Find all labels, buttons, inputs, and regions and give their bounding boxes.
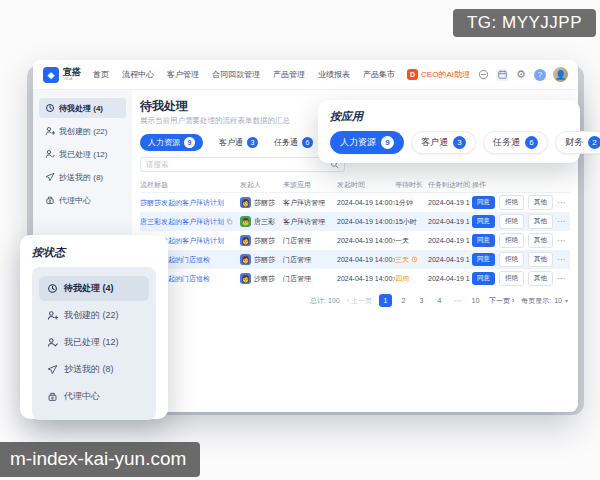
nav-item[interactable]: 客户管理 <box>167 69 199 80</box>
user-plus-icon <box>47 310 58 321</box>
actions-cell: 同意拒绝其他⋯ <box>472 195 570 210</box>
status-item-link[interactable]: 抄送我的 (8) <box>39 167 126 187</box>
by-status-list: 待我处理 (4)我创建的 (22)我已处理 (12)抄送我的 (8)代理中心 <box>32 267 156 420</box>
nav-item[interactable]: 业绩报表 <box>318 69 350 80</box>
source-app-cell: 客户拜访管理 <box>283 217 337 227</box>
count-badge: 6 <box>302 137 313 148</box>
search-input[interactable] <box>146 160 330 169</box>
other-button[interactable]: 其他 <box>528 233 553 248</box>
process-title-link[interactable]: 唐三彩发起的客户拜访计划 <box>140 217 233 227</box>
initiator-cell: 👩莎丽莎 <box>240 235 283 246</box>
app-tab-item[interactable]: 客户通3 <box>411 131 476 154</box>
page-button[interactable]: 10 <box>469 294 482 307</box>
app-tab-item[interactable]: 任务通6 <box>483 131 548 154</box>
approve-button[interactable]: 同意 <box>472 272 495 285</box>
page-button[interactable]: 2 <box>397 294 410 307</box>
page-button[interactable]: 4 <box>433 294 446 307</box>
status-item-link[interactable]: 我创建的 (22) <box>39 121 126 141</box>
actions-cell: 同意拒绝其他⋯ <box>472 271 570 286</box>
more-actions-icon[interactable]: ⋯ <box>557 217 565 226</box>
status-item-link[interactable]: 代理中心 <box>39 190 126 210</box>
status-item-active[interactable]: 待我处理 (4) <box>39 276 149 301</box>
status-item-label: 代理中心 <box>64 390 100 403</box>
prev-page-button[interactable]: ‹ 上一页 <box>347 296 372 306</box>
status-item-link[interactable]: 代理中心 <box>39 384 149 409</box>
app-tab-active[interactable]: 人力资源9 <box>140 134 203 151</box>
by-app-title: 按应用 <box>330 109 568 124</box>
approve-button[interactable]: 同意 <box>472 215 495 228</box>
status-item-link[interactable]: 我创建的 (22) <box>39 303 149 328</box>
app-tab-item[interactable]: 任务通6 <box>274 137 313 148</box>
column-header: 操作 <box>472 180 570 190</box>
status-item-label: 代理中心 <box>59 195 91 206</box>
approve-button[interactable]: 同意 <box>472 253 495 266</box>
initiator: 👩沙丽莎 <box>240 273 279 284</box>
wait-duration: 四周 <box>395 274 409 284</box>
nav-item[interactable]: 合同回款管理 <box>212 69 260 80</box>
start-time-cell: 2024-04-19 14:00:00 <box>337 237 395 244</box>
reject-button[interactable]: 拒绝 <box>499 271 524 286</box>
process-title-link[interactable]: 莎丽莎发起的客户拜访计划 <box>140 198 224 208</box>
source-app-cell: 客户拜访管理 <box>283 198 337 208</box>
page-button[interactable]: 3 <box>415 294 428 307</box>
clock-icon <box>45 103 55 113</box>
actions-cell: 同意拒绝其他⋯ <box>472 233 570 248</box>
count-badge: 9 <box>381 136 394 149</box>
nav-item[interactable]: 首页 <box>93 69 109 80</box>
status-item-link[interactable]: 抄送我的 (8) <box>39 357 149 382</box>
more-actions-icon[interactable]: ⋯ <box>557 198 565 207</box>
other-button[interactable]: 其他 <box>528 195 553 210</box>
app-tab-item[interactable]: 客户通3 <box>219 137 258 148</box>
count-badge: 2 <box>588 136 600 149</box>
arrival-time-cell: 2024-04-19 1 <box>428 237 472 244</box>
column-header: 流程标题 <box>140 180 240 190</box>
workbench-icon[interactable] <box>496 69 508 81</box>
table-row: 沙丽莎发起的门店巡检👩沙丽莎门店管理2024-04-19 14:00:00四周2… <box>140 269 570 288</box>
reject-button[interactable]: 拒绝 <box>499 214 524 229</box>
reject-button[interactable]: 拒绝 <box>499 195 524 210</box>
status-item-link[interactable]: 我已处理 (12) <box>39 144 126 164</box>
ai-assistant-button[interactable]: D CEO的AI助理 <box>407 69 470 80</box>
other-button[interactable]: 其他 <box>528 271 553 286</box>
user-avatar[interactable]: 👤 <box>553 67 568 82</box>
nav-item[interactable]: 流程中心 <box>122 69 154 80</box>
clock-icon <box>411 256 418 264</box>
initiator: 👨唐三彩 <box>240 216 279 227</box>
status-item-active[interactable]: 待我处理 (4) <box>39 98 126 118</box>
initiator-cell: 👩莎丽莎 <box>240 197 283 208</box>
more-actions-icon[interactable]: ⋯ <box>557 255 565 264</box>
page-button[interactable]: ⋯ <box>451 294 464 307</box>
nav-item[interactable]: 产品管理 <box>273 69 305 80</box>
approve-button[interactable]: 同意 <box>472 196 495 209</box>
other-button[interactable]: 其他 <box>528 252 553 267</box>
initiator-cell: 👨唐三彩 <box>240 216 283 227</box>
gear-icon[interactable]: ⚙ <box>515 69 527 81</box>
status-item-link[interactable]: 我已处理 (12) <box>39 330 149 355</box>
count-badge: 9 <box>184 137 195 148</box>
page-size-select[interactable]: 每页显示:10▾ <box>521 296 568 306</box>
next-page-button[interactable]: 下一页 › <box>489 296 514 306</box>
yida-logo[interactable]: ◆ 宜搭 YIDA <box>43 67 81 83</box>
more-actions-icon[interactable]: ⋯ <box>557 236 565 245</box>
theme-toggle-icon[interactable] <box>477 69 489 81</box>
approve-button[interactable]: 同意 <box>472 234 495 247</box>
reject-button[interactable]: 拒绝 <box>499 233 524 248</box>
column-header: 发起人 <box>240 180 283 190</box>
more-actions-icon[interactable]: ⋯ <box>557 274 565 283</box>
initiator-cell: 👩莎丽莎 <box>240 254 283 265</box>
help-icon[interactable]: ? <box>534 69 546 81</box>
agency-icon <box>47 391 58 402</box>
start-time-cell: 2024-04-19 14:00:00 <box>337 256 395 263</box>
search-box[interactable] <box>140 157 345 172</box>
reject-button[interactable]: 拒绝 <box>499 252 524 267</box>
initiator-name: 莎丽莎 <box>254 198 275 208</box>
pagination: 总计: 100‹ 上一页1234⋯10下一页 ›每页显示:10▾ <box>140 294 570 307</box>
initiator-avatar: 👩 <box>240 235 251 246</box>
other-button[interactable]: 其他 <box>528 214 553 229</box>
page-button-active[interactable]: 1 <box>379 294 392 307</box>
app-tab-active[interactable]: 人力资源9 <box>330 131 404 154</box>
app-tab-item[interactable]: 财务2 <box>555 131 600 154</box>
yida-logo-icon: ◆ <box>43 67 59 83</box>
nav-item[interactable]: 产品集市 <box>363 69 395 80</box>
initiator: 👩莎丽莎 <box>240 197 279 208</box>
